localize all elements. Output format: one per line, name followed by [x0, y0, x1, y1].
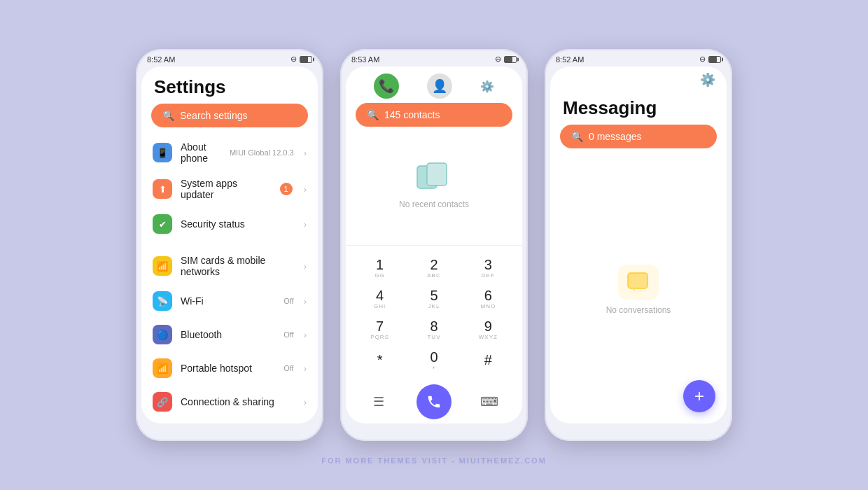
messaging-search-bar[interactable]: 🔍 0 messages — [560, 125, 717, 148]
dial-key-hash[interactable]: # — [468, 345, 508, 374]
battery-icon-1 — [300, 56, 312, 63]
settings-item-wifi[interactable]: 📡 Wi-Fi Off › — [141, 284, 318, 318]
about-label: About phone — [181, 141, 221, 164]
empty-messages-icon — [618, 265, 659, 300]
dial-key-2[interactable]: 2 ABC — [414, 253, 454, 282]
security-icon: ✔ — [153, 214, 172, 234]
settings-item-sim[interactable]: 📶 SIM cards & mobile networks › — [141, 248, 318, 284]
time-2: 8:53 AM — [351, 55, 379, 64]
hotspot-chevron: › — [304, 363, 307, 374]
about-chevron: › — [304, 148, 307, 158]
dial-key-3[interactable]: 3 DEF — [468, 253, 508, 282]
dial-key-0[interactable]: 0 + — [414, 345, 454, 374]
settings-item-about[interactable]: 📱 About phone MIUI Global 12.0.3 › — [141, 134, 318, 171]
wifi-label: Wi-Fi — [181, 295, 275, 307]
settings-item-security[interactable]: ✔ Security status › — [141, 207, 318, 241]
settings-tab-icon[interactable]: ⚙️ — [480, 80, 494, 93]
dial-key-6[interactable]: 6 MNO — [468, 284, 508, 313]
dial-key-4[interactable]: 4 GHI — [360, 284, 400, 313]
dial-key-5[interactable]: 5 JKL — [414, 284, 454, 313]
contacts-search-bar[interactable]: 🔍 145 contacts — [356, 103, 512, 127]
battery-icon-2 — [504, 56, 517, 63]
hotspot-label: Portable hotspot — [181, 363, 275, 374]
phone-icon: 📞 — [379, 78, 394, 94]
no-conversations-text: No conversations — [606, 305, 671, 315]
hotspot-sublabel: Off — [284, 364, 293, 372]
bluetooth-icon: 🔵 — [153, 325, 172, 344]
sysapps-icon: ⬆ — [153, 179, 172, 199]
connection-icon: 🔗 — [153, 392, 172, 412]
bluetooth-label: Bluetooth — [181, 329, 275, 340]
messaging-screen: ⚙️ Messaging 🔍 0 messages No conversatio… — [550, 66, 727, 424]
connection-chevron: › — [304, 397, 307, 407]
dialpad-bottom: ☰ ⌨ — [346, 379, 522, 424]
messaging-topbar: ⚙️ — [550, 66, 727, 88]
watermark: FOR MORE THEMES VISIT - MIUITHEMEZ.COM — [321, 456, 547, 465]
status-icons-3: ⊖ — [699, 55, 721, 64]
wifi-chevron: › — [304, 296, 307, 307]
settings-item-sysapps[interactable]: ⬆ System apps updater 1 › — [141, 171, 318, 207]
contacts-tab-icon[interactable]: 👤 — [427, 74, 452, 99]
status-bar-3: 8:52 AM ⊖ — [545, 49, 732, 66]
search-icon: 🔍 — [162, 110, 174, 121]
settings-phone: 8:52 AM ⊖ Settings 🔍 Search settings 📱 A… — [136, 49, 323, 441]
bluetooth-sublabel: Off — [284, 330, 293, 339]
bluetooth-chevron: › — [304, 330, 307, 340]
sim-label: SIM cards & mobile networks — [181, 255, 295, 277]
call-button[interactable] — [416, 384, 451, 419]
status-icons-2: ⊖ — [495, 55, 517, 64]
divider-1 — [141, 241, 318, 248]
settings-screen: Settings 🔍 Search settings 📱 About phone… — [141, 66, 318, 424]
dial-row-1: 1 GG 2 ABC 3 DEF — [353, 253, 515, 282]
battery-icon-3 — [708, 56, 721, 63]
wifi-icon: 📡 — [153, 291, 172, 311]
dial-key-7[interactable]: 7 PQRS — [360, 314, 400, 344]
dial-row-3: 7 PQRS 8 TUV 9 WXYZ — [353, 314, 515, 344]
connection-label: Connection & sharing — [181, 396, 295, 407]
dial-key-9[interactable]: 9 WXYZ — [468, 314, 508, 344]
messaging-search-text: 0 messages — [589, 131, 641, 142]
dialpad: 1 GG 2 ABC 3 DEF 4 GHI 5 — [346, 246, 522, 379]
sim-icon: 📶 — [153, 256, 172, 276]
status-bar-2: 8:53 AM ⊖ — [340, 49, 528, 66]
sysapps-badge: 1 — [280, 183, 293, 195]
no-recent-text: No recent contacts — [399, 200, 469, 209]
hotspot-icon: 📶 — [153, 358, 172, 378]
dnd-icon-2: ⊖ — [495, 55, 501, 64]
menu-icon-btn[interactable]: ☰ — [365, 388, 393, 416]
messaging-phone: 8:52 AM ⊖ ⚙️ Messaging 🔍 0 messages No c… — [545, 49, 732, 441]
do-not-disturb-icon: ⊖ — [290, 55, 297, 64]
time-1: 8:52 AM — [147, 55, 175, 64]
sysapps-label: System apps updater — [181, 178, 272, 200]
keypad-icon-btn[interactable]: ⌨ — [475, 388, 503, 416]
dnd-icon-3: ⊖ — [699, 55, 706, 64]
new-message-fab[interactable]: + — [683, 380, 715, 412]
divider-2 — [141, 419, 318, 424]
security-chevron: › — [304, 219, 307, 230]
status-icons-1: ⊖ — [290, 55, 312, 64]
svg-rect-1 — [427, 163, 447, 186]
contacts-phone: 8:53 AM ⊖ 📞 👤 ⚙️ 🔍 145 contacts — [340, 49, 528, 441]
search-bar[interactable]: 🔍 Search settings — [151, 104, 308, 127]
phone-tab-icon[interactable]: 📞 — [374, 74, 399, 99]
dial-key-star[interactable]: * — [360, 345, 400, 374]
about-sublabel: MIUI Global 12.0.3 — [230, 148, 294, 157]
settings-item-connection[interactable]: 🔗 Connection & sharing › — [141, 385, 318, 419]
settings-title: Settings — [141, 66, 318, 104]
wifi-sublabel: Off — [284, 297, 293, 305]
svg-marker-3 — [633, 288, 636, 291]
contacts-empty-icon — [416, 162, 451, 195]
status-bar-1: 8:52 AM ⊖ — [136, 49, 323, 66]
dial-row-2: 4 GHI 5 JKL 6 MNO — [353, 284, 515, 313]
settings-item-bluetooth[interactable]: 🔵 Bluetooth Off › — [141, 318, 318, 351]
gear-icon: ⚙️ — [480, 80, 494, 92]
dial-key-1[interactable]: 1 GG — [360, 253, 400, 282]
contacts-search-icon: 🔍 — [367, 109, 379, 120]
dial-key-8[interactable]: 8 TUV — [414, 314, 454, 344]
contacts-search-text: 145 contacts — [384, 109, 440, 120]
person-icon: 👤 — [432, 78, 447, 94]
settings-item-hotspot[interactable]: 📶 Portable hotspot Off › — [141, 351, 318, 385]
search-placeholder: Search settings — [180, 110, 248, 121]
messaging-title: Messaging — [550, 88, 727, 125]
messaging-gear-icon[interactable]: ⚙️ — [700, 72, 715, 88]
